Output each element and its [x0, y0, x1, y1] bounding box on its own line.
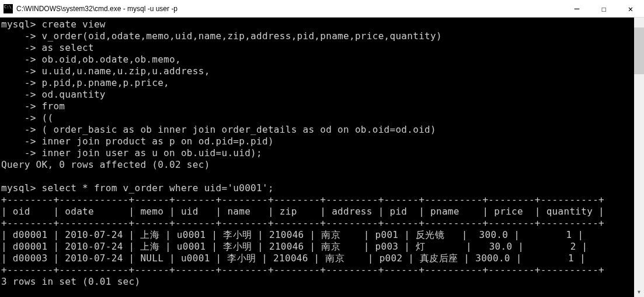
terminal-line: -> u.uid,u.name,u.zip,u.address,	[1, 65, 210, 77]
table-header: | oid | odate | memo | uid | name | zip …	[1, 206, 604, 217]
scroll-down-arrow-icon[interactable]: ▼	[634, 287, 644, 297]
close-button[interactable]: ✕	[617, 0, 644, 17]
window-title: C:\WINDOWS\system32\cmd.exe - mysql -u u…	[16, 5, 563, 13]
cmd-icon	[4, 4, 13, 13]
terminal-line: -> v_order(oid,odate,memo,uid,name,zip,a…	[1, 30, 442, 42]
vertical-scrollbar[interactable]: ▲ ▼	[634, 18, 644, 297]
minimize-button[interactable]: ─	[563, 0, 590, 17]
maximize-icon: ☐	[601, 4, 606, 13]
window-controls: ─ ☐ ✕	[563, 0, 644, 17]
table-border: +--------+------------+------+-------+--…	[1, 194, 604, 205]
table-border: +--------+------------+------+-------+--…	[1, 264, 604, 275]
terminal-line: -> od.quantity	[1, 89, 106, 100]
terminal-line: mysql> create view	[1, 19, 106, 30]
terminal-line: 3 rows in set (0.01 sec)	[1, 276, 140, 287]
window-titlebar: C:\WINDOWS\system32\cmd.exe - mysql -u u…	[0, 0, 644, 18]
table-border: +--------+------------+------+-------+--…	[1, 217, 604, 229]
terminal-line: -> ( order_basic as ob inner join order_…	[1, 124, 436, 135]
table-row: | d00003 | 2010-07-24 | NULL | u0001 | 李…	[1, 253, 586, 264]
terminal-line: -> ((	[1, 112, 53, 123]
close-icon: ✕	[628, 4, 633, 13]
terminal-line: Query OK, 0 rows affected (0.02 sec)	[1, 159, 210, 170]
table-row: | d00001 | 2010-07-24 | 上海 | u0001 | 李小明…	[1, 241, 588, 252]
terminal-line: -> inner join product as p on od.pid=p.p…	[1, 136, 274, 147]
terminal-line: -> from	[1, 101, 65, 112]
terminal-line: mysql> select * from v_order where uid='…	[1, 182, 274, 194]
terminal-line: -> p.pid,p.pname,p.price,	[1, 77, 169, 88]
maximize-button[interactable]: ☐	[590, 0, 617, 17]
scrollbar-thumb[interactable]	[634, 27, 644, 74]
minimize-icon: ─	[575, 4, 579, 13]
terminal-output[interactable]: mysql> create view -> v_order(oid,odate,…	[0, 18, 644, 297]
terminal-line: -> inner join user as u on ob.uid=u.uid)…	[1, 147, 262, 158]
table-row: | d00001 | 2010-07-24 | 上海 | u0001 | 李小明…	[1, 229, 583, 240]
terminal-line: -> ob.oid,ob.odate,ob.memo,	[1, 54, 181, 65]
terminal-line: -> as select	[1, 42, 94, 53]
